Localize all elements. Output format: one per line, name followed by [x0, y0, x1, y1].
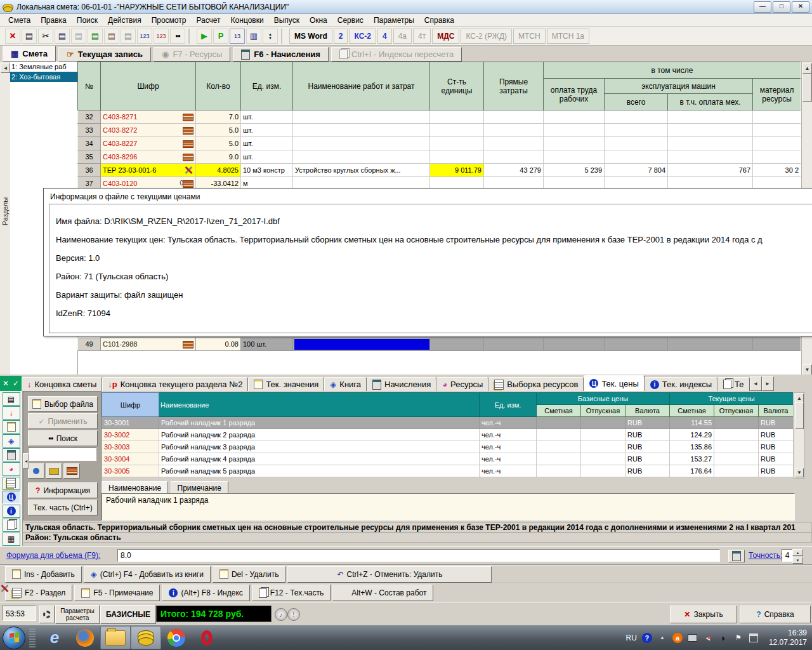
tab-vyborka-resursov[interactable]: Выборка ресурсов — [488, 377, 584, 391]
clock[interactable]: 16:3912.07.2017 — [764, 628, 807, 647]
row-height-spinner[interactable]: ▲▼ — [263, 29, 278, 44]
tab-kontsovka-razdela[interactable]: ↓pКонцовка текущего раздела №2 — [102, 377, 248, 391]
msword-button[interactable]: MS Word — [289, 29, 332, 44]
help-tray-icon[interactable]: ? — [642, 633, 652, 643]
run-p-icon[interactable]: P — [213, 29, 228, 44]
scroll-up-button[interactable]: ▲ — [802, 63, 812, 74]
precision-up-button[interactable]: ▲ — [792, 549, 803, 556]
copy-icon[interactable]: ▤ — [55, 29, 70, 44]
formula-label-link[interactable]: Формула для объема (F9): — [6, 551, 100, 560]
renumber-forward-icon[interactable]: 123 — [137, 29, 152, 44]
tech-part-button[interactable]: Тех. часть (Ctrl+) — [28, 500, 98, 515]
page-icon[interactable]: ▤ — [3, 392, 20, 406]
microphone-icon[interactable]: ! — [287, 608, 300, 621]
collapse-panel-button[interactable]: ◄ — [23, 453, 29, 468]
menu-okna[interactable]: Окна — [305, 15, 332, 26]
rik-app-icon[interactable] — [131, 626, 161, 649]
ctrlz-undo-button[interactable]: ↶Ctrl+Z - Отменить: Удалить — [287, 566, 492, 583]
table-icon[interactable]: ▦ — [3, 533, 20, 546]
section-item-2[interactable]: 2: Хоз-бытовая — [10, 72, 77, 82]
pages-icon[interactable] — [3, 519, 20, 532]
resource-row[interactable]: 30-3003 Рабочий наладчик 3 разряда чел.-… — [102, 441, 794, 453]
section-item-1[interactable]: 1: Земляные раб — [10, 62, 77, 72]
form4a-button[interactable]: 4а — [393, 29, 412, 44]
book-icon[interactable]: ◈ — [3, 434, 20, 448]
precision-value[interactable]: 4 — [782, 549, 793, 562]
menu-raschet[interactable]: Расчет — [192, 15, 225, 26]
start-button[interactable] — [3, 627, 25, 649]
table-row[interactable]: 32 С403-8271 7.0 шт. — [78, 110, 801, 124]
f8-index-button[interactable]: i(Alt+) F8 - Индекс — [162, 585, 249, 601]
internet-explorer-icon[interactable]: e — [39, 626, 70, 649]
selection-icon[interactable] — [3, 477, 20, 490]
information-button[interactable]: ?Информация — [28, 482, 98, 498]
cut-icon[interactable]: ✂ — [38, 29, 53, 44]
resource-row[interactable]: 30-3004 Рабочий наладчик 4 разряда чел.-… — [102, 453, 794, 465]
machines-filter-button[interactable] — [46, 463, 62, 479]
precision-label-link[interactable]: Точность: — [749, 551, 782, 560]
explorer-folder-icon[interactable] — [100, 626, 131, 649]
calculator-icon[interactable] — [3, 448, 20, 461]
res-col-name[interactable]: Наименование — [159, 393, 480, 417]
menu-pravka[interactable]: Правка — [36, 15, 71, 26]
minimize-button[interactable]: — — [754, 1, 771, 13]
renumber-back-icon[interactable]: 123 — [154, 29, 169, 44]
resource-row[interactable]: 30-3005 Рабочий наладчик 5 разряда чел.-… — [102, 465, 794, 477]
res-col-base-otpusk[interactable]: Отпускная — [581, 405, 625, 417]
menu-smeta[interactable]: Смета — [4, 15, 35, 26]
chrome-icon[interactable] — [161, 626, 192, 649]
flag-icon[interactable]: ⚑ — [733, 633, 743, 643]
table-row-selected[interactable]: 36 ТЕР 23-03-001-6 4.8025 10 м3 констр У… — [78, 164, 801, 177]
res-col-code[interactable]: Шифр — [102, 393, 159, 417]
tab-smeta[interactable]: ▦Смета — [3, 46, 56, 62]
pie-icon[interactable]: ◕ — [3, 462, 20, 475]
paste-special-icon[interactable]: ▤ — [121, 29, 136, 44]
del-delete-button[interactable]: Del - Удалить — [213, 566, 285, 583]
clipboard-search-icon[interactable]: ▤ — [104, 29, 119, 44]
menu-servis[interactable]: Сервис — [333, 15, 368, 26]
tab-f7-resources[interactable]: ◉F7 - Ресурсы — [154, 47, 230, 62]
labor-filter-button[interactable] — [28, 463, 44, 479]
scroll-thumb[interactable] — [802, 74, 812, 102]
tabs-scroll-right-button[interactable]: ► — [762, 376, 774, 391]
ks2-rzhd-button[interactable]: КС-2 (РЖД) — [461, 29, 512, 44]
table-row-inactive-selected[interactable]: 49 С101-2988 0.08 100 шт. — [78, 338, 801, 351]
tabs-scroll-left-button[interactable]: ◄ — [750, 376, 762, 391]
res-col-current[interactable]: Текущие цены — [670, 393, 793, 405]
speaker-icon[interactable]: ♪ — [275, 608, 287, 621]
scroll-down-button[interactable]: ▼ — [795, 468, 804, 477]
tab-truncated[interactable]: Те — [717, 377, 749, 391]
hat-icon[interactable]: ◗ — [718, 633, 728, 643]
tab-tek-indeksy[interactable]: iТек. индексы — [645, 377, 717, 391]
run-icon[interactable]: ▶ — [197, 29, 212, 44]
table-row[interactable]: 34 С403-8227 5.0 шт. — [78, 137, 801, 150]
save-copy-icon[interactable]: ▤ — [22, 29, 37, 44]
resource-scrollbar[interactable]: ▲ ▼ — [794, 392, 805, 479]
menu-vypusk[interactable]: Выпуск — [270, 15, 304, 26]
tab-kniga[interactable]: ◈Книга — [324, 377, 367, 391]
tab-tek-znacheniya[interactable]: Тек. значения — [248, 377, 324, 391]
panel-close-apply-box[interactable]: ✕✓ — [0, 376, 22, 391]
resource-row[interactable]: 30-3002 Рабочий наладчик 2 разряда чел.-… — [102, 429, 794, 441]
mtsn1a-button[interactable]: МТСН 1а — [547, 29, 589, 44]
note-icon[interactable] — [3, 420, 20, 434]
mds-button[interactable]: МДС — [432, 29, 459, 44]
ins-add-button[interactable]: Ins - Добавить — [5, 566, 82, 583]
materials-filter-button[interactable] — [63, 463, 80, 479]
res-col-cur-currency[interactable]: Валюта — [759, 405, 793, 417]
display-icon[interactable] — [688, 633, 698, 643]
down-arrow-icon[interactable]: ↓ — [3, 406, 20, 420]
res-col-unit[interactable]: Ед. изм. — [480, 393, 537, 417]
tab-ctrli-indexes[interactable]: Ctrl+I - Индексы пересчета — [331, 47, 462, 62]
volume-muted-icon[interactable]: ◄✕ — [703, 633, 713, 643]
columns-icon[interactable]: ▥ — [246, 29, 261, 44]
res-col-base[interactable]: Базисные цены — [537, 393, 670, 405]
close-button[interactable]: ✕ — [792, 1, 809, 13]
calc-params-button[interactable]: Параметры расчета — [55, 605, 100, 624]
avast-icon[interactable]: a — [672, 633, 683, 643]
table-row[interactable]: 33 С403-8272 5.0 шт. — [78, 124, 801, 137]
copy-add-icon[interactable]: ▤ — [88, 29, 103, 44]
collapse-sections-button[interactable]: ◄ — [1, 63, 10, 73]
mtsn-button[interactable]: МТСН — [513, 29, 546, 44]
f12-tech-button[interactable]: F12 - Тех.часть — [252, 585, 331, 601]
